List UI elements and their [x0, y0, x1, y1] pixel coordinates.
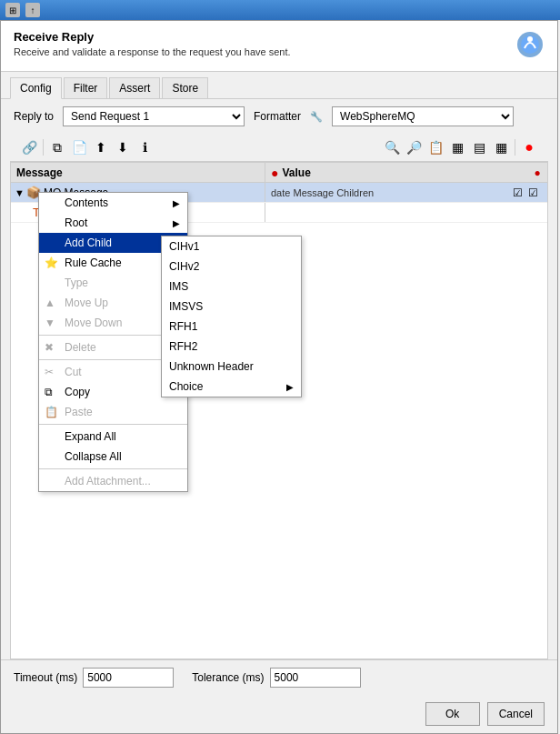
col-check-header: ● [527, 166, 547, 179]
tolerance-label: Tolerance (ms) [192, 671, 264, 684]
toolbar-red-btn[interactable]: ● [519, 137, 539, 157]
tab-store[interactable]: Store [162, 77, 208, 98]
dialog-header-text: Receive Reply Receive and validate a res… [14, 30, 291, 57]
sub-choice[interactable]: Choice ▶ [162, 377, 301, 397]
toolbar-add-btn[interactable]: 📄 [69, 137, 89, 157]
col-value-header: ● Value [265, 163, 527, 182]
reply-to-label: Reply to [14, 110, 54, 123]
ctx-contents[interactable]: Contents ▶ [39, 193, 187, 213]
col-message-header: Message [11, 163, 265, 182]
form-row: Reply to Send Request 1 Formatter 🔧 WebS… [1, 99, 557, 134]
ctx-paste-label: Paste [65, 406, 93, 418]
toolbar-down-btn[interactable]: ⬇ [113, 137, 133, 157]
dialog-title: Receive Reply [14, 30, 291, 44]
title-icon-2: ↑ [25, 3, 40, 17]
ctx-expand-all-label: Expand All [65, 430, 116, 443]
button-bar: Ok Cancel [1, 695, 557, 733]
tree-checkbox-2[interactable]: ☑ [528, 186, 538, 199]
ctx-rule-cache-icon: ⭐ [45, 256, 58, 269]
table-header: Message ● Value ● [11, 163, 547, 183]
sub-imsvs[interactable]: IMSVS [162, 297, 301, 317]
timeout-label: Timeout (ms) [14, 671, 77, 684]
sub-ims[interactable]: IMS [162, 277, 301, 297]
toolbar-grid-btn[interactable]: ▦ [447, 137, 467, 157]
toolbar: 🔗 ⧉ 📄 ⬆ ⬇ ℹ 🔍 🔎 📋 ▦ ▤ ▦ ● [10, 134, 548, 162]
formatter-label: Formatter [254, 110, 301, 123]
ctx-expand-all[interactable]: Expand All [39, 427, 187, 447]
title-icon-1: ⊞ [5, 3, 20, 17]
ctx-contents-arrow: ▶ [173, 198, 180, 208]
ctx-collapse-all[interactable]: Collapse All [39, 447, 187, 467]
toolbar-doc-btn[interactable]: 📋 [425, 137, 445, 157]
ctx-add-attachment: Add Attachment... [39, 471, 187, 491]
col-value-icon: ● [271, 166, 278, 180]
sub-rfh2-label: RFH2 [169, 340, 197, 353]
sub-cihv2-label: CIHv2 [169, 260, 199, 273]
title-bar: ⊞ ↑ [0, 0, 560, 20]
tab-config[interactable]: Config [10, 77, 62, 99]
toolbar-left: 🔗 ⧉ 📄 ⬆ ⬇ ℹ [19, 137, 155, 157]
ctx-move-up-label: Move Up [65, 297, 108, 309]
toolbar-up-btn[interactable]: ⬆ [91, 137, 111, 157]
ctx-sep-4 [39, 468, 187, 469]
ctx-collapse-all-label: Collapse All [65, 450, 122, 463]
tolerance-input[interactable] [270, 668, 361, 688]
tabs-bar: Config Filter Assert Store [1, 72, 557, 99]
tree-checkbox-1[interactable]: ☑ [513, 186, 523, 199]
bottom-bar: Timeout (ms) Tolerance (ms) [1, 659, 557, 695]
tree-value-1: date Message Children [271, 187, 374, 198]
sub-unknown-header[interactable]: Unknown Header [162, 357, 301, 377]
submenu: CIHv1 CIHv2 IMS IMSVS RFH1 RFH2 [161, 236, 302, 397]
header-icon [515, 30, 545, 62]
ctx-cut-label: Cut [65, 366, 82, 378]
ctx-copy-label: Copy [65, 386, 90, 398]
toolbar-grid3-btn[interactable]: ▦ [491, 137, 511, 157]
ctx-root[interactable]: Root ▶ [39, 213, 187, 233]
sub-cihv1[interactable]: CIHv1 [162, 236, 301, 256]
tab-assert[interactable]: Assert [109, 77, 160, 98]
sub-choice-arrow: ▶ [286, 382, 294, 392]
ctx-delete-icon: ✖ [45, 341, 54, 354]
expand-icon-1[interactable]: ▼ [15, 187, 25, 198]
toolbar-grid2-btn[interactable]: ▤ [469, 137, 489, 157]
ctx-type-label: Type [65, 277, 88, 289]
toolbar-right: 🔍 🔎 📋 ▦ ▤ ▦ ● [382, 137, 539, 157]
ctx-contents-label: Contents [65, 196, 108, 209]
sub-cihv2[interactable]: CIHv2 [162, 256, 301, 277]
toolbar-link-btn[interactable]: 🔗 [19, 137, 39, 157]
cancel-button[interactable]: Cancel [487, 702, 545, 726]
ctx-rule-cache-label: Rule Cache [65, 256, 122, 269]
toolbar-search-btn[interactable]: 🔍 [382, 137, 402, 157]
ctx-cut-icon: ✂ [45, 366, 54, 378]
reply-to-select[interactable]: Send Request 1 [63, 106, 245, 126]
sub-rfh1[interactable]: RFH1 [162, 317, 301, 337]
sub-ims-label: IMS [169, 280, 188, 293]
toolbar-info-btn[interactable]: ℹ [135, 137, 155, 157]
table-area: Message ● Value ● ▼ 📦 MQ Message date Me… [10, 162, 548, 659]
formatter-select[interactable]: WebSphereMQ [332, 106, 514, 126]
sub-choice-label: Choice [169, 380, 203, 393]
sub-rfh2[interactable]: RFH2 [162, 337, 301, 357]
sub-unknown-header-label: Unknown Header [169, 360, 254, 373]
sub-imsvs-label: IMSVS [169, 300, 203, 313]
tab-filter[interactable]: Filter [64, 77, 108, 98]
tree-cell-value-2 [265, 203, 547, 222]
ctx-sep-3 [39, 424, 187, 425]
ctx-paste-icon: 📋 [45, 406, 58, 418]
ctx-delete-label: Delete [65, 341, 96, 354]
ctx-paste: 📋 Paste [39, 402, 187, 422]
ctx-root-arrow: ▶ [173, 218, 180, 228]
dialog-description: Receive and validate a response to the r… [14, 46, 291, 57]
svg-point-2 [527, 36, 533, 42]
toolbar-copy-btn[interactable]: ⧉ [47, 137, 67, 157]
timeout-group: Timeout (ms) [14, 668, 174, 688]
tree-cell-value-1: date Message Children ☑ ☑ [265, 183, 547, 202]
sub-cihv1-label: CIHv1 [169, 240, 199, 253]
ctx-move-down-icon: ▼ [45, 317, 55, 329]
formatter-icon: 🔧 [310, 111, 323, 123]
toolbar-search2-btn[interactable]: 🔎 [404, 137, 424, 157]
ok-button[interactable]: Ok [425, 702, 480, 726]
timeout-input[interactable] [83, 668, 174, 688]
tolerance-group: Tolerance (ms) [192, 668, 360, 688]
ctx-copy-icon: ⧉ [45, 386, 53, 398]
